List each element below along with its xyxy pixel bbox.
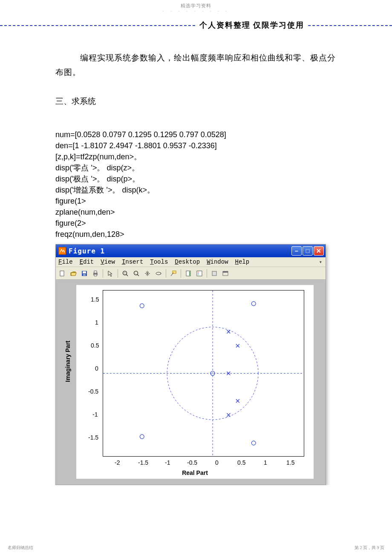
x-tick: -0.5 <box>187 459 197 466</box>
y-tick: 0 <box>95 365 98 372</box>
zero-marker <box>140 304 144 308</box>
y-tick: -1.5 <box>88 434 98 441</box>
y-tick: 0.5 <box>91 342 99 349</box>
code-line: figure(1> <box>55 196 337 207</box>
document-content: 编程实现系统参数输入，绘出幅度频率响应和相位曲线和零、极点分布图。 三、求系统 … <box>0 26 392 485</box>
axes[interactable] <box>103 290 304 457</box>
toolbar-separator <box>166 269 166 278</box>
toolbar-separator <box>207 269 207 278</box>
code-line: disp('零点 '>。 disp(z>。 <box>55 162 337 173</box>
legend-icon[interactable] <box>195 269 204 278</box>
code-line: den=[1 -1.8107 2.4947 -1.8801 0.9537 -0.… <box>55 140 337 151</box>
window-titlebar[interactable]: Figure 1 – □ ✕ <box>56 244 326 257</box>
zero-marker <box>251 441 256 445</box>
svg-rect-22 <box>212 271 216 276</box>
axes-background: Imaginary Part Real Part 1.5 1 0.5 0 -0.… <box>56 280 326 485</box>
svg-rect-3 <box>83 274 86 276</box>
zero-marker <box>251 302 256 306</box>
new-icon[interactable] <box>58 269 67 278</box>
menu-window[interactable]: Window <box>207 259 228 265</box>
hide-tools-icon[interactable] <box>210 269 219 278</box>
dock-icon[interactable] <box>221 269 230 278</box>
zplane-plot <box>103 290 304 456</box>
svg-rect-17 <box>189 271 190 276</box>
svg-rect-2 <box>83 271 86 273</box>
pole-marker <box>236 399 239 403</box>
toolbar: + - <box>56 267 326 280</box>
open-icon[interactable] <box>69 269 78 278</box>
menu-bar: File Edit View Insert Tools Desktop Wind… <box>56 257 326 267</box>
matlab-figure-window: Figure 1 – □ ✕ File Edit View Insert Too… <box>55 244 326 485</box>
x-tick: -1.5 <box>138 459 148 466</box>
window-title: Figure 1 <box>69 247 291 255</box>
print-icon[interactable] <box>91 269 100 278</box>
svg-line-15 <box>171 273 173 276</box>
x-tick: 1 <box>264 459 267 466</box>
code-line: zplane(num,den> <box>55 207 337 218</box>
arrow-icon[interactable] <box>106 269 115 278</box>
code-block: num=[0.0528 0.0797 0.1295 0.1295 0.797 0… <box>55 129 337 240</box>
code-line: num=[0.0528 0.0797 0.1295 0.1295 0.797 0… <box>55 129 337 140</box>
pan-icon[interactable] <box>143 269 152 278</box>
zoom-out-icon[interactable]: - <box>132 269 141 278</box>
rotate3d-icon[interactable] <box>154 269 163 278</box>
svg-rect-0 <box>60 271 64 276</box>
colorbar-icon[interactable] <box>184 269 193 278</box>
save-icon[interactable] <box>80 269 89 278</box>
code-line: freqz(num,den,128> <box>55 229 337 240</box>
svg-rect-5 <box>94 271 97 273</box>
paragraph-1: 编程实现系统参数输入，绘出幅度频率响应和相位曲线和零、极点分布图。 <box>55 51 337 80</box>
svg-text:+: + <box>124 271 126 275</box>
section-3-title: 三、求系统 <box>55 96 337 107</box>
y-tick: 1.5 <box>91 296 99 303</box>
y-tick: 1 <box>95 319 98 326</box>
svg-rect-6 <box>94 274 97 276</box>
code-line: [z,p,k]=tf2zp(num,den>。 <box>55 151 337 162</box>
toolbar-separator <box>103 269 103 278</box>
code-line: disp('增益系数 '>。 disp(k>。 <box>55 184 337 196</box>
watermark-dots: - - - - - - - - - <box>0 8 392 13</box>
toolbar-separator <box>118 269 118 278</box>
x-tick: 0.5 <box>237 459 245 466</box>
x-tick: 1.5 <box>286 459 294 466</box>
x-axis-label: Real Part <box>76 469 314 476</box>
toolbar-separator <box>181 269 181 278</box>
menu-chevron-icon[interactable]: ▾ <box>319 259 322 265</box>
header-text: 个人资料整理 仅限学习使用 <box>197 20 307 30</box>
menu-file[interactable]: File <box>58 259 73 265</box>
close-button[interactable]: ✕ <box>314 246 324 256</box>
svg-line-8 <box>126 274 128 276</box>
data-cursor-icon[interactable] <box>169 269 178 278</box>
y-tick: -0.5 <box>88 388 98 395</box>
menu-help[interactable]: Help <box>235 259 250 265</box>
x-tick: -2 <box>115 459 120 466</box>
maximize-button[interactable]: □ <box>303 246 313 256</box>
minimize-button[interactable]: – <box>291 246 302 256</box>
y-tick: -1 <box>92 411 98 418</box>
pole-marker <box>236 344 239 348</box>
svg-text:-: - <box>135 271 136 275</box>
menu-insert[interactable]: Insert <box>122 259 143 265</box>
header-divider: 个人资料整理 仅限学习使用 <box>0 25 392 26</box>
code-line: figure(2> <box>55 218 337 229</box>
zero-marker <box>140 434 144 439</box>
menu-edit[interactable]: Edit <box>80 259 94 265</box>
y-axis-label: Imaginary Part <box>64 340 71 382</box>
x-tick: -1 <box>165 459 170 466</box>
menu-desktop[interactable]: Desktop <box>175 259 200 265</box>
watermark-top: 精选学习资料 <box>0 0 392 9</box>
plot-box: Imaginary Part Real Part 1.5 1 0.5 0 -0.… <box>76 285 314 479</box>
pole-marker <box>227 413 230 417</box>
menu-tools[interactable]: Tools <box>150 259 168 265</box>
x-tick: 0 <box>215 459 219 466</box>
code-line: disp('极点 '>。 disp(p>。 <box>55 173 337 184</box>
svg-rect-24 <box>223 271 228 273</box>
matlab-icon <box>58 247 66 255</box>
pole-marker <box>227 330 230 334</box>
svg-line-11 <box>137 274 139 276</box>
menu-view[interactable]: View <box>101 259 115 265</box>
svg-rect-18 <box>197 271 202 276</box>
zoom-in-icon[interactable]: + <box>121 269 130 278</box>
